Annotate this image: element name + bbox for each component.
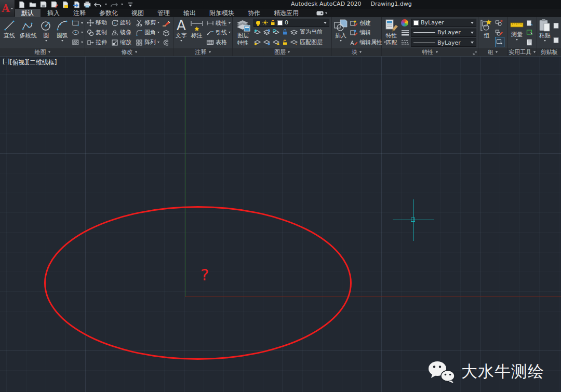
layer-lock-icon[interactable] (282, 29, 288, 35)
array-button[interactable]: 阵列 (136, 38, 159, 47)
set-current-icon[interactable] (290, 29, 298, 35)
rectangle-button[interactable] (72, 18, 83, 28)
ribbon-display-toggle[interactable] (310, 9, 334, 17)
tab-home[interactable]: 默认 (15, 9, 41, 17)
lineweight-button[interactable] (401, 28, 409, 37)
group-edit-button[interactable] (495, 28, 504, 37)
open-folder-icon[interactable] (29, 1, 36, 8)
line-button[interactable]: 直线 (2, 18, 17, 48)
panel-label-layers[interactable]: 图层 (233, 48, 331, 56)
tab-featured-apps[interactable]: 精选应用 (267, 9, 305, 17)
group-button[interactable]: 组 (480, 18, 493, 48)
move-button[interactable]: 移动 (87, 18, 107, 28)
view-control[interactable]: [俯视] (10, 58, 27, 67)
leader-button[interactable]: 引线 (206, 28, 231, 37)
group-selection-toggle[interactable] (495, 37, 504, 47)
edit-attributes-button[interactable]: 编辑属性 (350, 38, 386, 47)
edit-block-button[interactable]: 编辑 (350, 28, 386, 37)
redo-icon[interactable] (110, 1, 118, 8)
tab-parametric[interactable]: 参数化 (92, 9, 125, 17)
panel-label-modify[interactable]: 修改 (85, 48, 173, 56)
erase-button[interactable] (162, 18, 170, 28)
export-icon[interactable] (72, 1, 80, 8)
layer-properties-button[interactable]: 图层 特性 (234, 18, 252, 48)
circle-button[interactable]: 圆 (39, 18, 53, 48)
fillet-button[interactable]: 圆角 (136, 28, 159, 37)
layer-unisolate-icon[interactable] (263, 29, 271, 35)
layer-thaw-all-icon[interactable] (272, 39, 280, 46)
visual-style-control[interactable]: [二维线框] (27, 58, 57, 67)
tab-manage[interactable]: 管理 (151, 9, 177, 17)
rotate-button[interactable]: 旋转 (111, 18, 131, 28)
color-wheel-button[interactable] (401, 18, 409, 28)
save-icon[interactable] (39, 1, 47, 8)
text-button[interactable]: A 文字 (175, 18, 188, 48)
id-point-button[interactable] (526, 18, 533, 28)
arc-button[interactable]: 圆弧 (55, 18, 70, 48)
print-icon[interactable] (83, 1, 91, 8)
copy-clip-button[interactable] (553, 35, 560, 45)
tab-view[interactable]: 视图 (125, 9, 151, 17)
cut-button[interactable] (553, 21, 560, 30)
match-layer-label[interactable]: 匹配图层 (300, 38, 323, 46)
drawn-ellipse[interactable] (44, 206, 352, 360)
copy-button[interactable]: 复制 (87, 28, 107, 37)
hatch-button[interactable] (72, 38, 83, 47)
linetype-combo[interactable]: ByLayer (411, 38, 476, 47)
new-file-icon[interactable] (18, 1, 25, 8)
explode-button[interactable] (162, 28, 170, 37)
paste-button[interactable]: 粘贴 (539, 18, 551, 48)
layer-off-icon[interactable] (253, 39, 261, 46)
panel-label-groups[interactable]: 组 (478, 48, 507, 56)
layer-select-combo[interactable]: 0 (253, 19, 329, 27)
insert-block-button[interactable]: 插入 (333, 18, 348, 48)
linear-dimension-button[interactable]: 线性 (206, 18, 231, 28)
undo-icon[interactable] (94, 1, 102, 8)
properties-dialog-launcher-icon[interactable] (473, 51, 477, 55)
match-layer-icon[interactable] (290, 39, 298, 46)
trim-button[interactable]: 修剪 (136, 18, 159, 28)
stretch-button[interactable]: 拉伸 (87, 38, 107, 47)
undo-dropdown-icon[interactable] (105, 4, 107, 5)
match-properties-button[interactable]: 特性 匹配 (383, 18, 399, 48)
drawn-question-mark[interactable]: ? (201, 265, 209, 284)
tab-insert[interactable]: 插入 (41, 9, 66, 17)
layer-freeze-icon[interactable] (272, 29, 280, 35)
redo-dropdown-icon[interactable] (121, 4, 123, 5)
drawing-canvas[interactable]: [-] [俯视] [二维线框] ? 大水牛测绘 (0, 56, 561, 392)
panel-label-clipboard[interactable]: 剪贴板 (537, 48, 561, 56)
dimension-button[interactable]: 标注 (189, 18, 205, 48)
mirror-button[interactable]: 镜像 (111, 28, 131, 37)
panel-label-utilities[interactable]: 实用工具 (507, 48, 537, 56)
table-button[interactable]: 表格 (206, 38, 231, 47)
tab-output[interactable]: 输出 (177, 9, 203, 17)
polyline-button[interactable]: 多段线 (19, 18, 38, 48)
layer-on2-icon[interactable] (263, 39, 271, 46)
set-current-label[interactable]: 置为当前 (300, 28, 323, 36)
panel-label-draw[interactable]: 绘图 (0, 48, 85, 56)
offset-button[interactable] (162, 38, 170, 47)
lineweight-combo[interactable]: ByLayer (411, 29, 476, 37)
linetype-button[interactable] (401, 38, 409, 47)
qat-customize-icon[interactable] (126, 1, 134, 8)
ellipse-button[interactable] (72, 28, 83, 37)
list-button[interactable] (526, 38, 533, 47)
object-color-combo[interactable]: ByLayer (411, 19, 476, 27)
layer-unlock2-icon[interactable] (282, 39, 288, 46)
viewport-control[interactable]: [-] (3, 58, 10, 67)
layer-isolate-icon[interactable] (253, 29, 261, 35)
plot-stamp-icon[interactable] (61, 1, 69, 8)
create-block-button[interactable]: 创建 (350, 18, 386, 28)
panel-label-block[interactable]: 块 (332, 48, 381, 56)
panel-label-properties[interactable]: 特性 (382, 48, 478, 56)
panel-label-annotation[interactable]: 注释 (173, 48, 232, 56)
ungroup-button[interactable] (495, 18, 504, 28)
save-as-icon[interactable] (50, 1, 58, 8)
tab-annotate[interactable]: 注释 (66, 9, 92, 17)
tab-addins[interactable]: 附加模块 (203, 9, 241, 17)
quick-select-button[interactable] (526, 28, 533, 37)
app-menu-button[interactable]: A (0, 0, 15, 17)
tab-collaborate[interactable]: 协作 (241, 9, 267, 17)
measure-button[interactable]: 测量 (509, 18, 525, 48)
scale-button[interactable]: 缩放 (111, 38, 131, 47)
